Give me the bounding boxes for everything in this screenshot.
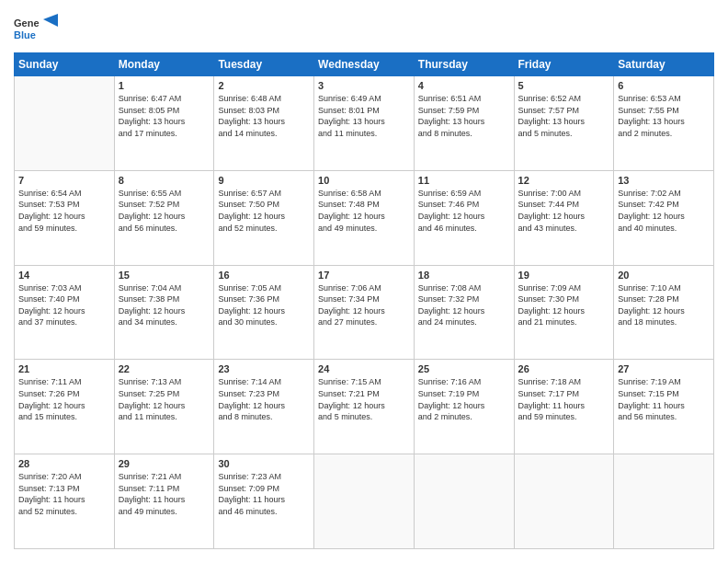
day-number: 27 (618, 363, 710, 374)
cell-0-0 (15, 76, 115, 171)
week-row-2: 7Sunrise: 6:54 AMSunset: 7:53 PMDaylight… (15, 170, 714, 265)
cell-2-4: 18Sunrise: 7:08 AMSunset: 7:32 PMDayligh… (414, 265, 514, 360)
cell-1-2: 9Sunrise: 6:57 AMSunset: 7:50 PMDaylight… (214, 170, 314, 265)
week-row-1: 1Sunrise: 6:47 AMSunset: 8:05 PMDaylight… (15, 76, 714, 171)
page: General Blue SundayMondayTuesdayWednesda… (0, 0, 728, 563)
day-info: Sunrise: 7:04 AMSunset: 7:38 PMDaylight:… (119, 282, 210, 328)
header-tuesday: Tuesday (214, 53, 314, 76)
cell-4-0: 28Sunrise: 7:20 AMSunset: 7:13 PMDayligh… (15, 454, 115, 549)
day-info: Sunrise: 7:00 AMSunset: 7:44 PMDaylight:… (518, 188, 610, 234)
header-monday: Monday (114, 53, 214, 76)
cell-2-0: 14Sunrise: 7:03 AMSunset: 7:40 PMDayligh… (15, 265, 115, 360)
header-sunday: Sunday (15, 53, 115, 76)
day-number: 13 (618, 175, 710, 186)
cell-0-1: 1Sunrise: 6:47 AMSunset: 8:05 PMDaylight… (114, 76, 214, 171)
cell-4-1: 29Sunrise: 7:21 AMSunset: 7:11 PMDayligh… (114, 454, 214, 549)
day-info: Sunrise: 6:49 AMSunset: 8:01 PMDaylight:… (318, 93, 410, 139)
day-info: Sunrise: 7:11 AMSunset: 7:26 PMDaylight:… (18, 376, 110, 422)
day-info: Sunrise: 6:57 AMSunset: 7:50 PMDaylight:… (218, 188, 310, 234)
day-number: 7 (18, 175, 110, 186)
cell-2-3: 17Sunrise: 7:06 AMSunset: 7:34 PMDayligh… (314, 265, 415, 360)
cell-2-1: 15Sunrise: 7:04 AMSunset: 7:38 PMDayligh… (114, 265, 214, 360)
cell-3-0: 21Sunrise: 7:11 AMSunset: 7:26 PMDayligh… (15, 360, 115, 454)
cell-0-4: 4Sunrise: 6:51 AMSunset: 7:59 PMDaylight… (414, 76, 514, 171)
calendar-header-row: SundayMondayTuesdayWednesdayThursdayFrid… (15, 53, 714, 76)
cell-0-5: 5Sunrise: 6:52 AMSunset: 7:57 PMDaylight… (514, 76, 614, 171)
day-number: 20 (618, 270, 710, 281)
day-number: 24 (318, 363, 410, 374)
week-row-5: 28Sunrise: 7:20 AMSunset: 7:13 PMDayligh… (15, 454, 714, 549)
day-info: Sunrise: 7:23 AMSunset: 7:09 PMDaylight:… (218, 471, 310, 517)
day-number: 23 (218, 363, 310, 374)
day-info: Sunrise: 6:55 AMSunset: 7:52 PMDaylight:… (119, 188, 210, 234)
day-info: Sunrise: 7:16 AMSunset: 7:19 PMDaylight:… (418, 376, 510, 422)
day-number: 29 (119, 458, 210, 469)
day-number: 9 (218, 175, 310, 186)
cell-1-5: 12Sunrise: 7:00 AMSunset: 7:44 PMDayligh… (514, 170, 614, 265)
header-thursday: Thursday (414, 53, 514, 76)
cell-4-3 (314, 454, 415, 549)
header-saturday: Saturday (614, 53, 714, 76)
cell-0-6: 6Sunrise: 6:53 AMSunset: 7:55 PMDaylight… (614, 76, 714, 171)
day-info: Sunrise: 7:21 AMSunset: 7:11 PMDaylight:… (119, 471, 210, 517)
day-number: 16 (218, 270, 310, 281)
cell-3-3: 24Sunrise: 7:15 AMSunset: 7:21 PMDayligh… (314, 360, 415, 454)
day-number: 12 (518, 175, 610, 186)
cell-3-6: 27Sunrise: 7:19 AMSunset: 7:15 PMDayligh… (614, 360, 714, 454)
svg-text:General: General (14, 17, 40, 29)
cell-4-2: 30Sunrise: 7:23 AMSunset: 7:09 PMDayligh… (214, 454, 314, 549)
day-info: Sunrise: 7:09 AMSunset: 7:30 PMDaylight:… (518, 282, 610, 328)
cell-1-6: 13Sunrise: 7:02 AMSunset: 7:42 PMDayligh… (614, 170, 714, 265)
day-number: 10 (318, 175, 410, 186)
svg-text:Blue: Blue (14, 29, 36, 40)
day-info: Sunrise: 7:08 AMSunset: 7:32 PMDaylight:… (418, 282, 510, 328)
cell-0-2: 2Sunrise: 6:48 AMSunset: 8:03 PMDaylight… (214, 76, 314, 171)
day-number: 14 (18, 270, 110, 281)
cell-2-6: 20Sunrise: 7:10 AMSunset: 7:28 PMDayligh… (614, 265, 714, 360)
day-number: 2 (218, 80, 310, 91)
cell-4-4 (414, 454, 514, 549)
day-info: Sunrise: 7:19 AMSunset: 7:15 PMDaylight:… (618, 376, 710, 422)
day-info: Sunrise: 6:59 AMSunset: 7:46 PMDaylight:… (418, 188, 510, 234)
day-info: Sunrise: 6:48 AMSunset: 8:03 PMDaylight:… (218, 93, 310, 139)
day-number: 21 (18, 363, 110, 374)
day-number: 4 (418, 80, 510, 91)
day-number: 28 (18, 458, 110, 469)
cell-3-1: 22Sunrise: 7:13 AMSunset: 7:25 PMDayligh… (114, 360, 214, 454)
day-number: 26 (518, 363, 610, 374)
header-wednesday: Wednesday (314, 53, 415, 76)
header-friday: Friday (514, 53, 614, 76)
day-number: 1 (119, 80, 210, 91)
day-number: 5 (518, 80, 610, 91)
svg-marker-2 (43, 14, 58, 27)
cell-3-2: 23Sunrise: 7:14 AMSunset: 7:23 PMDayligh… (214, 360, 314, 454)
day-number: 11 (418, 175, 510, 186)
cell-2-5: 19Sunrise: 7:09 AMSunset: 7:30 PMDayligh… (514, 265, 614, 360)
day-number: 25 (418, 363, 510, 374)
day-number: 3 (318, 80, 410, 91)
logo: General Blue (14, 14, 58, 43)
day-info: Sunrise: 7:14 AMSunset: 7:23 PMDaylight:… (218, 376, 310, 422)
day-info: Sunrise: 7:18 AMSunset: 7:17 PMDaylight:… (518, 376, 610, 422)
day-info: Sunrise: 6:54 AMSunset: 7:53 PMDaylight:… (18, 188, 110, 234)
logo-arrow-icon (43, 14, 58, 43)
day-info: Sunrise: 7:02 AMSunset: 7:42 PMDaylight:… (618, 188, 710, 234)
day-info: Sunrise: 6:52 AMSunset: 7:57 PMDaylight:… (518, 93, 610, 139)
day-info: Sunrise: 7:05 AMSunset: 7:36 PMDaylight:… (218, 282, 310, 328)
cell-1-3: 10Sunrise: 6:58 AMSunset: 7:48 PMDayligh… (314, 170, 415, 265)
day-info: Sunrise: 7:15 AMSunset: 7:21 PMDaylight:… (318, 376, 410, 422)
cell-1-0: 7Sunrise: 6:54 AMSunset: 7:53 PMDaylight… (15, 170, 115, 265)
day-number: 18 (418, 270, 510, 281)
day-number: 19 (518, 270, 610, 281)
day-info: Sunrise: 7:06 AMSunset: 7:34 PMDaylight:… (318, 282, 410, 328)
day-info: Sunrise: 7:10 AMSunset: 7:28 PMDaylight:… (618, 282, 710, 328)
day-number: 30 (218, 458, 310, 469)
day-info: Sunrise: 6:51 AMSunset: 7:59 PMDaylight:… (418, 93, 510, 139)
day-info: Sunrise: 7:20 AMSunset: 7:13 PMDaylight:… (18, 471, 110, 517)
cell-1-1: 8Sunrise: 6:55 AMSunset: 7:52 PMDaylight… (114, 170, 214, 265)
cell-2-2: 16Sunrise: 7:05 AMSunset: 7:36 PMDayligh… (214, 265, 314, 360)
day-info: Sunrise: 7:13 AMSunset: 7:25 PMDaylight:… (119, 376, 210, 422)
day-number: 6 (618, 80, 710, 91)
header: General Blue (14, 14, 714, 43)
week-row-4: 21Sunrise: 7:11 AMSunset: 7:26 PMDayligh… (15, 360, 714, 454)
